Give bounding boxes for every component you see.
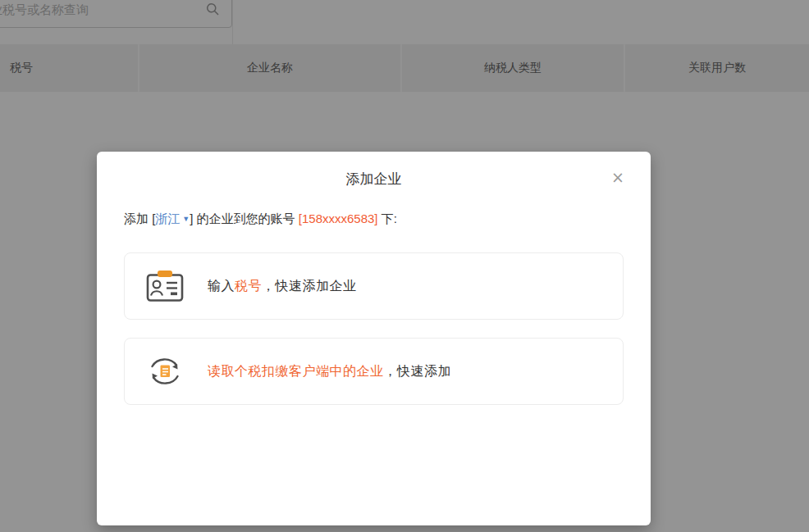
option2-text-highlight: 读取个税扣缴客户端中的企业	[208, 364, 384, 378]
account-number: [158xxxx6583]	[299, 211, 378, 225]
close-icon[interactable]: ×	[611, 170, 624, 185]
dialog-title: 添加企业	[97, 170, 651, 189]
id-card-icon	[144, 266, 186, 306]
subtitle-text-suffix: 下:	[378, 211, 397, 225]
sync-icon	[144, 352, 186, 391]
region-dropdown[interactable]: 浙江	[155, 211, 180, 225]
dialog-subtitle: 添加 [浙江▼] 的企业到您的账号 [158xxxx6583] 下:	[97, 211, 651, 227]
add-enterprise-dialog: 添加企业 × 添加 [浙江▼] 的企业到您的账号 [158xxxx6583] 下…	[97, 152, 651, 525]
subtitle-text-middle: ] 的企业到您的账号	[190, 211, 299, 225]
option-enter-tax-id[interactable]: 输入税号，快速添加企业	[124, 252, 624, 320]
option-label: 输入税号，快速添加企业	[208, 278, 357, 295]
option1-text-suffix: ，快速添加企业	[262, 279, 357, 293]
add-options: 输入税号，快速添加企业 读取个税扣缴客户端中的企业，	[97, 252, 651, 405]
option1-text-prefix: 输入	[208, 279, 235, 293]
option-read-tax-client[interactable]: 读取个税扣缴客户端中的企业，快速添加	[124, 338, 624, 405]
app-viewport: 税号 企业名称 纳税人类型 关联用户数 添加企业 × 添加 [浙江▼] 的企业到…	[0, 0, 809, 532]
option1-text-highlight: 税号	[235, 279, 262, 293]
option2-text-suffix: ，快速添加	[384, 364, 452, 378]
chevron-down-icon[interactable]: ▼	[182, 215, 190, 223]
option-label: 读取个税扣缴客户端中的企业，快速添加	[208, 363, 451, 380]
subtitle-text-prefix: 添加 [	[124, 211, 155, 225]
